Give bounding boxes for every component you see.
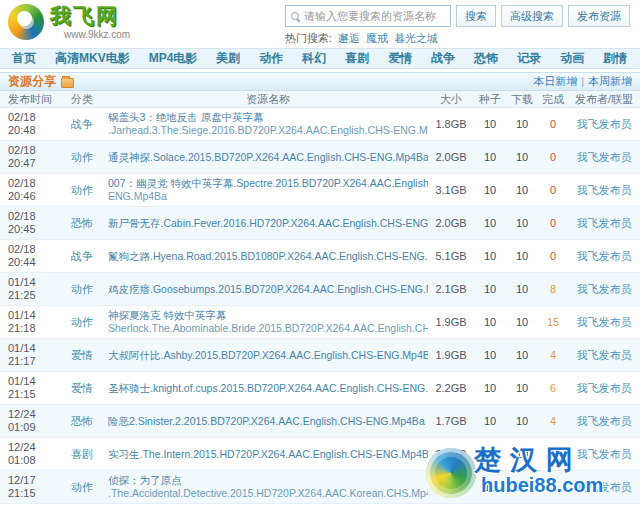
row-category-link[interactable]: 战争 (71, 118, 93, 130)
row-title-link[interactable]: 神探夏洛克 特效中英字幕 (108, 309, 428, 322)
row-time: 02/18 20:48 (0, 111, 62, 137)
week-new-link[interactable]: 本周新增 (588, 75, 632, 87)
row-filename-link[interactable]: .Jarhead.3.The.Siege.2016.BD720P.X264.AA… (108, 124, 428, 137)
row-publisher-link[interactable]: 我飞发布员 (577, 415, 632, 427)
row-title-link[interactable]: 鬣狗之路.Hyena.Road.2015.BD1080P.X264.AAC.En… (108, 250, 428, 263)
today-new-link[interactable]: 本日新增 (533, 75, 577, 87)
row-category: 喜剧 (62, 448, 102, 461)
row-category-link[interactable]: 动作 (71, 151, 93, 163)
row-title-link[interactable]: 鸡皮疙瘩.Goosebumps.2015.BD720P.X264.AAC.Eng… (108, 283, 428, 296)
row-publisher-link[interactable]: 我飞发布员 (577, 118, 632, 130)
site-logo-icon (8, 4, 44, 40)
row-title-link[interactable]: 险恶2.Sinister.2.2015.BD720P.X264.AAC.Engl… (108, 415, 428, 428)
row-name: 通灵神探.Solace.2015.BD720P.X264.AAC.English… (102, 151, 428, 164)
row-publisher-link[interactable]: 我飞发布员 (577, 283, 632, 295)
row-publisher-link[interactable]: 我飞发布员 (577, 151, 632, 163)
row-title-link[interactable]: 007：幽灵党 特效中英字幕.Spectre.2015.BD720P.X264.… (108, 177, 428, 190)
search-button[interactable]: 搜索 (456, 5, 496, 27)
site-name: 我飞网 (50, 4, 130, 27)
row-category-link[interactable]: 恐怖 (71, 217, 93, 229)
row-title-link[interactable]: 锅盖头3：绝地反击 原盘中英字幕 (108, 111, 428, 124)
nav-item-6[interactable]: 喜剧 (345, 50, 369, 67)
row-filename-link[interactable]: .The.Accidental.Detective.2015.HD720P.X2… (108, 487, 428, 500)
nav-item-9[interactable]: 恐怖 (474, 50, 498, 67)
row-publisher-link[interactable]: 我飞发布员 (577, 448, 632, 460)
site-logo[interactable]: 我飞网 www.9kkz.com (8, 4, 130, 40)
row-completed: 0 (538, 250, 568, 263)
row-category-link[interactable]: 爱情 (71, 382, 93, 394)
row-size: 1.9GB (428, 316, 474, 329)
row-title-link[interactable]: 实习生.The.Intern.2015.HD720P.X264.AAC.Engl… (108, 448, 428, 461)
row-publisher-link[interactable]: 我飞发布员 (577, 316, 632, 328)
row-time: 02/18 20:45 (0, 210, 62, 236)
row-publisher-link[interactable]: 我飞发布员 (577, 349, 632, 361)
row-category-link[interactable]: 恐怖 (71, 415, 93, 427)
col-header-time: 发布时间 (0, 92, 62, 107)
row-title-link[interactable]: 通灵神探.Solace.2015.BD720P.X264.AAC.English… (108, 151, 428, 164)
row-title-link[interactable]: 新尸骨无存.Cabin.Fever.2016.HD720P.X264.AAC.E… (108, 217, 428, 230)
row-category: 爱情 (62, 349, 102, 362)
nav-item-1[interactable]: 高清MKV电影 (55, 50, 130, 67)
publish-resource-button[interactable]: 发布资源 (568, 5, 630, 27)
row-category-link[interactable]: 爱情 (71, 349, 93, 361)
row-publisher: 我飞发布员 (568, 349, 640, 362)
nav-item-10[interactable]: 记录 (517, 50, 541, 67)
col-header-size: 大小 (428, 92, 474, 107)
nav-item-11[interactable]: 动画 (560, 50, 584, 67)
row-seeds: 10 (474, 118, 506, 131)
table-row: 02/18 20:47动作通灵神探.Solace.2015.BD720P.X26… (0, 141, 640, 174)
row-publisher-link[interactable]: 我飞发布员 (577, 481, 632, 493)
row-downloads: 10 (506, 250, 538, 263)
row-publisher-link[interactable]: 我飞发布员 (577, 382, 632, 394)
col-header-name: 资源名称 (102, 92, 428, 107)
nav-item-4[interactable]: 动作 (259, 50, 283, 67)
row-category-link[interactable]: 战争 (71, 250, 93, 262)
hot-search-link-2[interactable]: 暮光之城 (394, 32, 438, 44)
row-downloads: 10 (506, 349, 538, 362)
row-size: 2.0GB (428, 217, 474, 230)
col-header-downloads: 下载 (506, 92, 538, 107)
row-publisher: 我飞发布员 (568, 250, 640, 263)
hot-search-link-1[interactable]: 魔戒 (366, 32, 388, 44)
row-time: 01/14 21:18 (0, 309, 62, 335)
row-category-link[interactable]: 动作 (71, 283, 93, 295)
row-publisher-link[interactable]: 我飞发布员 (577, 217, 632, 229)
hot-search-link-0[interactable]: 邂逅 (338, 32, 360, 44)
row-filename-link[interactable]: Sherlock.The.Abominable.Bride.2015.BD720… (108, 322, 428, 335)
nav-item-0[interactable]: 首页 (12, 50, 36, 67)
row-downloads: 10 (506, 448, 538, 461)
table-row: 01/14 21:15爱情圣杯骑士.knight.of.cups.2015.BD… (0, 372, 640, 405)
row-size: 1.9GB (428, 349, 474, 362)
row-publisher-link[interactable]: 我飞发布员 (577, 250, 632, 262)
hot-search-label: 热门搜索: (285, 32, 332, 44)
advanced-search-button[interactable]: 高级搜索 (501, 5, 563, 27)
row-size: 5.1GB (428, 250, 474, 263)
row-seeds: 10 (474, 448, 506, 461)
col-header-completed: 完成 (538, 92, 568, 107)
nav-item-7[interactable]: 爱情 (388, 50, 412, 67)
row-name: 鬣狗之路.Hyena.Road.2015.BD1080P.X264.AAC.En… (102, 250, 428, 263)
row-filename-link[interactable]: ENG.Mp4Ba (108, 190, 428, 203)
nav-item-8[interactable]: 战争 (431, 50, 455, 67)
row-size: 1.8GB (428, 118, 474, 131)
row-title-link[interactable]: 侦探：为了原点 (108, 474, 428, 487)
row-title-link[interactable]: 圣杯骑士.knight.of.cups.2015.BD720P.X264.AAC… (108, 382, 428, 395)
row-publisher: 我飞发布员 (568, 382, 640, 395)
row-name: 神探夏洛克 特效中英字幕Sherlock.The.Abominable.Brid… (102, 309, 428, 335)
row-publisher-link[interactable]: 我飞发布员 (577, 184, 632, 196)
search-input[interactable] (304, 10, 445, 22)
row-category-link[interactable]: 动作 (71, 184, 93, 196)
row-category: 动作 (62, 151, 102, 164)
row-category-link[interactable]: 喜剧 (71, 448, 93, 460)
row-name: 新尸骨无存.Cabin.Fever.2016.HD720P.X264.AAC.E… (102, 217, 428, 230)
row-category-link[interactable]: 动作 (71, 316, 93, 328)
nav-item-12[interactable]: 剧情 (603, 50, 627, 67)
search-box (285, 5, 451, 27)
nav-item-3[interactable]: 美剧 (216, 50, 240, 67)
nav-item-5[interactable]: 科幻 (302, 50, 326, 67)
row-category: 战争 (62, 250, 102, 263)
row-publisher: 我飞发布员 (568, 415, 640, 428)
row-category-link[interactable]: 动作 (71, 481, 93, 493)
row-title-link[interactable]: 大叔阿什比.Ashby.2015.BD720P.X264.AAC.English… (108, 349, 428, 362)
nav-item-2[interactable]: MP4电影 (149, 50, 198, 67)
